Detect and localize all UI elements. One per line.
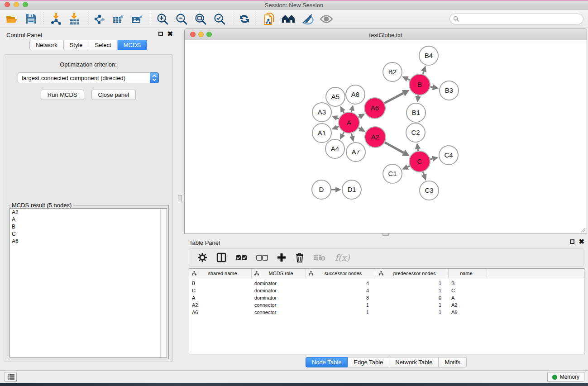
mcds-result-item[interactable]: A6 [10, 238, 167, 245]
column-header-successor-nodes[interactable]: successor nodes [306, 269, 376, 278]
tab-mcds[interactable]: MCDS [118, 40, 147, 50]
table-cell[interactable]: B [449, 281, 487, 286]
mcds-result-item[interactable]: B [10, 223, 167, 230]
table-cell[interactable]: 0 [376, 295, 449, 300]
column-header-name[interactable]: name [449, 269, 487, 278]
edge-A-A6[interactable] [359, 117, 359, 117]
edge-B-B3[interactable] [430, 87, 433, 87]
edge-C-C1[interactable] [407, 166, 410, 167]
table-cell[interactable]: 1 [306, 310, 376, 315]
close-panel-icon[interactable]: ✖ [167, 32, 173, 36]
save-session-button[interactable] [23, 11, 39, 27]
node-table[interactable]: shared nameMCDS rolesuccessor nodesprede… [189, 268, 584, 354]
new-network-from-selection-button[interactable] [261, 11, 277, 27]
deselect-all-button[interactable] [256, 255, 268, 261]
zoom-in-button[interactable] [154, 11, 171, 27]
task-history-button[interactable] [5, 372, 17, 382]
edge-A-A4[interactable] [343, 132, 344, 134]
function-builder-button[interactable]: f(x) [335, 253, 350, 262]
network-canvas[interactable]: B4B2BB3A8A5A6A3B1AA1C2A2A4A7C4CC1C3DD1 [185, 41, 587, 234]
table-cell[interactable]: dominator [252, 281, 306, 286]
table-cell[interactable]: 1 [376, 288, 449, 293]
table-cell[interactable]: B [189, 281, 252, 286]
table-cell[interactable]: C [449, 288, 487, 293]
tab-style[interactable]: Style [64, 40, 89, 50]
mcds-result-item[interactable]: C [10, 230, 167, 238]
table-row[interactable]: Cdominator41C [189, 287, 584, 294]
tab-edge-table[interactable]: Edge Table [348, 357, 389, 367]
table-cell[interactable]: connector [252, 310, 306, 315]
table-cell[interactable]: 1 [376, 310, 449, 315]
table-cell[interactable]: 8 [306, 295, 376, 300]
table-cell[interactable]: 1 [376, 281, 449, 286]
table-cell[interactable]: C [189, 288, 252, 293]
float-panel-icon[interactable] [158, 32, 163, 36]
export-table-button[interactable] [110, 11, 127, 27]
panel-splitter-vertical[interactable] [177, 28, 184, 370]
table-cell[interactable]: A6 [449, 310, 487, 315]
table-cell[interactable]: 4 [306, 288, 376, 293]
column-header-predecessor-nodes[interactable]: predecessor nodes [376, 269, 449, 278]
float-panel-icon[interactable] [570, 239, 574, 244]
edge-B-B4[interactable] [423, 71, 424, 74]
mcds-result-list[interactable]: A2ABCA6 [10, 208, 167, 357]
close-panel-button[interactable]: Close panel [91, 90, 136, 100]
tab-network[interactable]: Network [29, 40, 64, 50]
network-graph[interactable]: B4B2BB3A8A5A6A3B1AA1C2A2A4A7C4CC1C3DD1 [185, 41, 587, 234]
table-row[interactable]: Adominator80A [189, 294, 584, 301]
edge-C-C2[interactable] [418, 149, 418, 151]
table-cell[interactable]: A2 [189, 302, 252, 308]
table-cell[interactable]: A2 [449, 302, 487, 308]
zoom-out-button[interactable] [173, 11, 190, 27]
edge-A-A7[interactable] [351, 133, 352, 136]
table-cell[interactable]: A6 [189, 310, 252, 315]
edge-C-C4[interactable] [430, 159, 432, 159]
resize-grip-icon[interactable] [579, 226, 586, 233]
run-mcds-button[interactable]: Run MCDS [41, 90, 84, 100]
memory-button[interactable]: Memory [547, 372, 584, 382]
table-cell[interactable]: 1 [376, 302, 449, 308]
close-panel-icon[interactable]: ✖ [578, 239, 584, 244]
table-cell[interactable]: dominator [252, 288, 306, 293]
hide-annotations-button[interactable] [299, 11, 316, 27]
column-header-MCDS-role[interactable]: MCDS role [252, 269, 306, 278]
table-cell[interactable]: dominator [252, 295, 306, 300]
open-file-button[interactable] [4, 11, 20, 27]
delete-table-button[interactable] [313, 254, 326, 261]
search-input[interactable] [459, 15, 583, 23]
edge-B-B2[interactable] [407, 79, 410, 80]
mcds-result-item[interactable]: A [10, 216, 167, 223]
show-graphics-button[interactable] [318, 11, 335, 27]
edge-C-C3[interactable] [423, 172, 424, 175]
scrollbar[interactable] [160, 209, 167, 357]
table-cell[interactable]: connector [252, 302, 306, 308]
home-button[interactable] [280, 11, 296, 27]
tab-motifs[interactable]: Motifs [439, 357, 467, 367]
import-table-button[interactable] [67, 11, 83, 27]
table-cell[interactable]: 4 [306, 281, 376, 286]
tab-network-table[interactable]: Network Table [389, 357, 439, 367]
tab-select[interactable]: Select [89, 40, 118, 50]
table-cell[interactable]: 1 [306, 302, 376, 308]
add-column-button[interactable] [277, 253, 286, 262]
export-image-button[interactable] [129, 11, 146, 27]
edge-A-A1[interactable] [337, 127, 339, 128]
zoom-selected-button[interactable] [211, 11, 228, 27]
edge-A6-B[interactable] [384, 93, 403, 103]
edge-A-A2[interactable] [359, 128, 360, 129]
edge-A2-C[interactable] [385, 143, 404, 153]
edge-A-A3[interactable] [337, 118, 339, 119]
table-row[interactable]: A2connector11A2 [189, 301, 584, 309]
tab-node-table[interactable]: Node Table [306, 357, 348, 367]
table-cell[interactable]: A [449, 295, 487, 300]
edge-A-A5[interactable] [343, 111, 344, 113]
refresh-button[interactable] [236, 11, 253, 27]
export-network-button[interactable] [91, 11, 108, 27]
column-header-shared-name[interactable]: shared name [189, 269, 252, 278]
zoom-fit-button[interactable] [192, 11, 209, 27]
criterion-dropdown[interactable]: largest connected component (directed) [18, 72, 159, 83]
table-row[interactable]: A6connector11A6 [189, 309, 584, 316]
edge-A-A8[interactable] [351, 110, 352, 112]
table-cell[interactable]: A [189, 295, 252, 300]
network-window-titlebar[interactable]: testGlobe.txt [185, 29, 587, 40]
